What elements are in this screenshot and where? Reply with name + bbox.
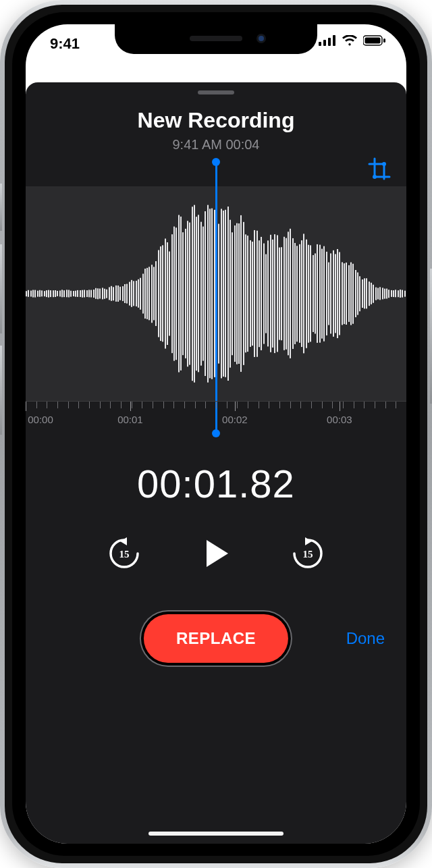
- svg-text:15: 15: [303, 549, 313, 560]
- svg-text:15: 15: [119, 549, 130, 560]
- cellular-icon: [319, 35, 336, 46]
- battery-icon: [363, 35, 386, 46]
- svg-point-8: [373, 175, 377, 179]
- svg-rect-2: [328, 38, 331, 46]
- wifi-icon: [342, 35, 358, 46]
- svg-rect-3: [333, 35, 335, 46]
- home-indicator[interactable]: [148, 832, 284, 836]
- svg-rect-6: [383, 38, 385, 43]
- waveform-area[interactable]: 00:0000:0100:0200:03: [26, 186, 406, 433]
- ruler-label: 00:01: [117, 414, 143, 425]
- done-button[interactable]: Done: [346, 629, 385, 648]
- time-ruler[interactable]: 00:0000:0100:0200:03: [26, 401, 406, 433]
- recording-title[interactable]: New Recording: [26, 108, 406, 133]
- trim-button[interactable]: [367, 157, 392, 181]
- svg-rect-1: [323, 40, 326, 46]
- ruler-label: 00:00: [28, 414, 53, 425]
- ruler-label: 00:02: [222, 414, 248, 425]
- sheet-grabber[interactable]: [198, 90, 234, 94]
- play-button[interactable]: [197, 535, 235, 572]
- svg-rect-5: [365, 38, 381, 44]
- notch: [115, 24, 317, 54]
- replace-button[interactable]: REPLACE: [144, 614, 288, 663]
- statusbar-time: 9:41: [46, 35, 80, 53]
- svg-point-7: [382, 162, 386, 166]
- svg-rect-0: [319, 42, 321, 46]
- skip-back-15-button[interactable]: 15: [107, 536, 142, 571]
- ruler-label: 00:03: [327, 414, 352, 425]
- playhead[interactable]: [215, 162, 217, 433]
- recording-subtitle: 9:41 AM 00:04: [26, 137, 406, 153]
- recording-editor-sheet: New Recording 9:41 AM 00:04: [26, 82, 406, 844]
- phone-screen: 9:41 New Recording 9:41 AM 00:04: [26, 24, 406, 844]
- current-time: 00:01.82: [26, 461, 406, 506]
- skip-forward-15-button[interactable]: 15: [290, 536, 325, 571]
